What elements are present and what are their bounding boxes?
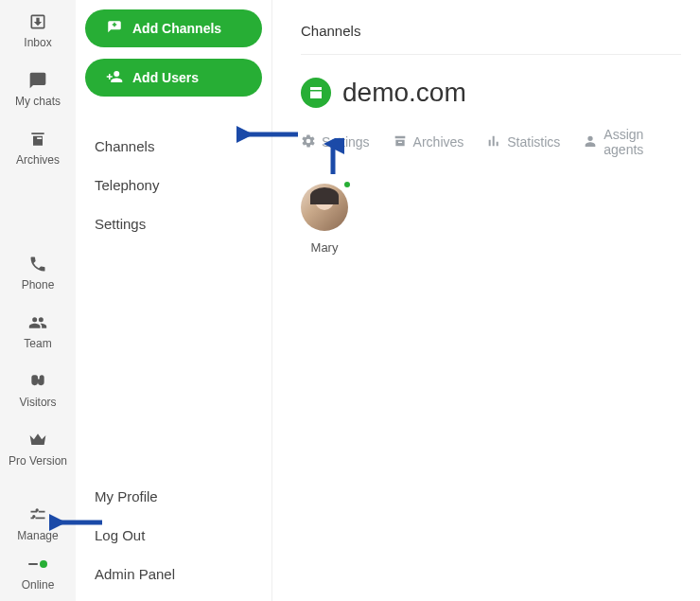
nav-label: Team [24,337,51,350]
add-channels-button[interactable]: Add Channels [85,9,262,47]
mid-menu: Channels Telephony Settings [76,108,271,243]
chat-icon [27,70,48,91]
nav-label: Archives [16,153,60,167]
button-label: Add Users [132,70,199,85]
nav-team[interactable]: Team [24,312,51,350]
divider [301,54,681,55]
sliders-icon [27,504,48,525]
tab-archives[interactable]: Archives [393,133,464,151]
menu-adminpanel[interactable]: Admin Panel [95,555,271,593]
nav-label: Manage [17,529,58,542]
crown-icon [27,430,48,451]
nav-online[interactable]: Online [22,554,55,592]
menu-logout[interactable]: Log Out [95,516,271,555]
tab-label: Archives [413,134,464,150]
bar-chart-icon [486,133,501,151]
tab-assign-agents[interactable]: Assign agents [583,127,681,157]
menu-myprofile[interactable]: My Profile [95,477,271,516]
gear-icon [301,133,316,151]
nav-archives[interactable]: Archives [16,129,60,167]
agent-card[interactable]: Mary [301,184,348,255]
channel-header: demo.com [301,78,681,108]
nav-label: Phone [22,278,55,292]
tab-settings[interactable]: Settings [301,133,370,151]
nav-inbox[interactable]: Inbox [24,11,51,49]
nav-label: Online [22,578,55,592]
nav-label: My chats [15,95,61,108]
nav-mychats[interactable]: My chats [15,70,61,108]
menu-settings[interactable]: Settings [95,204,271,243]
mid-bottom-menu: My Profile Log Out Admin Panel [76,477,271,601]
person-icon [583,133,598,151]
online-status-icon [27,554,48,574]
button-label: Add Channels [132,21,221,36]
nav-label: Inbox [24,36,51,49]
tab-label: Assign agents [604,127,681,157]
menu-telephony[interactable]: Telephony [95,166,271,204]
agent-name: Mary [311,240,339,255]
phone-icon [27,254,48,274]
add-users-button[interactable]: Add Users [85,59,262,97]
tab-statistics[interactable]: Statistics [486,133,560,151]
person-add-icon [106,68,123,88]
channel-name: demo.com [342,78,466,108]
page-title: Channels [301,23,681,39]
nav-proversion[interactable]: Pro Version [9,430,67,468]
archive-icon [393,133,408,151]
tab-label: Settings [322,134,370,150]
add-box-icon [106,19,123,39]
archive-icon [27,129,48,150]
channel-tabs: Settings Archives Statistics Assign agen… [301,127,681,157]
agents-list: Mary [301,184,681,255]
binoculars-icon [27,371,48,392]
presence-dot-icon [342,180,352,189]
avatar-wrap [301,184,348,231]
nav-label: Pro Version [9,454,67,468]
mid-panel: Add Channels Add Users Channels Telephon… [76,0,272,601]
main-panel: Channels demo.com Settings Archives Stat… [272,0,700,601]
menu-channels[interactable]: Channels [95,127,271,166]
nav-label: Visitors [19,396,56,409]
inbox-icon [27,11,48,32]
website-icon [301,78,331,108]
tab-label: Statistics [507,134,560,150]
avatar [301,184,348,231]
team-icon [27,312,48,333]
narrow-sidebar: Inbox My chats Archives Phone Team Visit… [0,0,76,601]
nav-manage[interactable]: Manage [17,504,58,542]
nav-visitors[interactable]: Visitors [19,371,56,409]
nav-phone[interactable]: Phone [22,254,55,292]
